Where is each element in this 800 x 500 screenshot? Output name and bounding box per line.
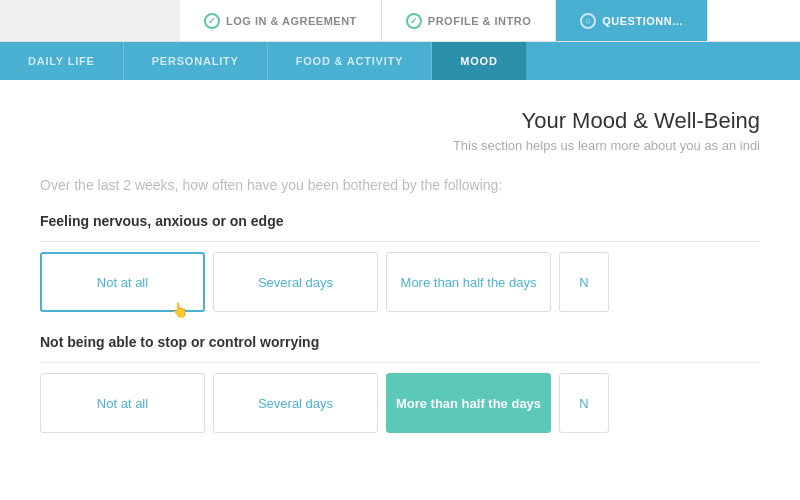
question-label-q2: Not being able to stop or control worryi… bbox=[40, 334, 760, 350]
check-icon: ✓ bbox=[204, 13, 220, 29]
answer-option-label: More than half the days bbox=[396, 396, 541, 411]
section-subtitle: This section helps us learn more about y… bbox=[40, 138, 760, 153]
nav-step-login[interactable]: ✓LOG IN & AGREEMENT bbox=[180, 0, 382, 41]
nav-step-questionnaire[interactable]: ○QUESTIONN... bbox=[556, 0, 708, 41]
nav-step-profile[interactable]: ✓PROFILE & INTRO bbox=[382, 0, 556, 41]
answer-row-q2: Not at allSeveral daysMore than half the… bbox=[40, 362, 760, 433]
section-title: Your Mood & Well-Being bbox=[40, 108, 760, 134]
logo-area bbox=[0, 0, 180, 41]
question-label-q1: Feeling nervous, anxious or on edge bbox=[40, 213, 760, 229]
second-nav-item-daily-life[interactable]: DAILY LIFE bbox=[0, 42, 124, 80]
answer-option-several-days[interactable]: Several days bbox=[213, 252, 378, 312]
main-content: Your Mood & Well-Being This section help… bbox=[0, 80, 800, 475]
questions-container: Feeling nervous, anxious or on edgeNot a… bbox=[40, 213, 760, 433]
nav-step-label: PROFILE & INTRO bbox=[428, 15, 531, 27]
answer-option-more-than-half[interactable]: More than half the days bbox=[386, 373, 551, 433]
nav-step-label: LOG IN & AGREEMENT bbox=[226, 15, 357, 27]
answer-option-label: Not at all bbox=[97, 396, 148, 411]
second-nav: DAILY LIFEPERSONALITYFOOD & ACTIVITYMOOD bbox=[0, 42, 800, 80]
top-nav: ✓LOG IN & AGREEMENT✓PROFILE & INTRO○QUES… bbox=[0, 0, 800, 42]
answer-option-nearly-every-day[interactable]: N bbox=[559, 252, 609, 312]
check-icon: ✓ bbox=[406, 13, 422, 29]
nav-steps: ✓LOG IN & AGREEMENT✓PROFILE & INTRO○QUES… bbox=[180, 0, 800, 41]
second-nav-item-mood[interactable]: MOOD bbox=[432, 42, 526, 80]
answer-option-several-days[interactable]: Several days bbox=[213, 373, 378, 433]
answer-row-q1: Not at all👆Several daysMore than half th… bbox=[40, 241, 760, 312]
answer-option-not-at-all[interactable]: Not at all👆 bbox=[40, 252, 205, 312]
question-intro: Over the last 2 weeks, how often have yo… bbox=[40, 177, 760, 193]
answer-option-not-at-all[interactable]: Not at all bbox=[40, 373, 205, 433]
answer-option-label: More than half the days bbox=[401, 275, 537, 290]
cursor-pointer: 👆 bbox=[171, 302, 188, 318]
nav-step-label: QUESTIONN... bbox=[602, 15, 683, 27]
answer-option-nearly-every-day[interactable]: N bbox=[559, 373, 609, 433]
answer-option-label: Several days bbox=[258, 396, 333, 411]
circle-icon: ○ bbox=[580, 13, 596, 29]
question-block-q1: Feeling nervous, anxious or on edgeNot a… bbox=[40, 213, 760, 312]
answer-option-label: N bbox=[579, 396, 588, 411]
second-nav-item-personality[interactable]: PERSONALITY bbox=[124, 42, 268, 80]
answer-option-label: N bbox=[579, 275, 588, 290]
answer-option-label: Several days bbox=[258, 275, 333, 290]
answer-option-label: Not at all bbox=[97, 275, 148, 290]
second-nav-item-food-activity[interactable]: FOOD & ACTIVITY bbox=[268, 42, 433, 80]
answer-option-more-than-half[interactable]: More than half the days bbox=[386, 252, 551, 312]
question-block-q2: Not being able to stop or control worryi… bbox=[40, 334, 760, 433]
